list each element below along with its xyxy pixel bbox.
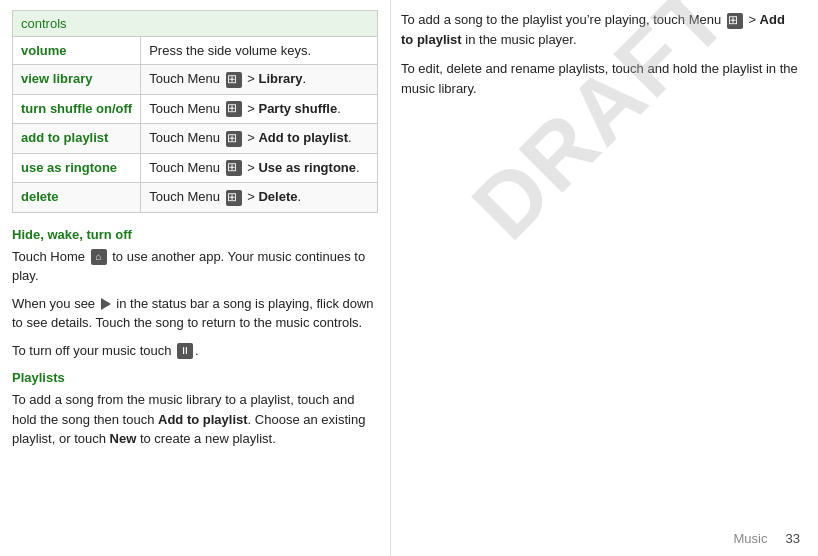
- control-name-volume: volume: [13, 37, 141, 65]
- page-container: controls volume Press the side volume ke…: [0, 0, 818, 556]
- left-column: controls volume Press the side volume ke…: [0, 0, 390, 556]
- page-num: 33: [786, 531, 800, 546]
- control-name-view-library: view library: [13, 65, 141, 95]
- pause-icon: ⏸: [177, 343, 193, 359]
- table-row: view library Touch Menu > Library.: [13, 65, 378, 95]
- page-number: Music 33: [734, 531, 800, 546]
- play-icon: [101, 298, 111, 310]
- menu-icon: [226, 72, 242, 88]
- playlists-heading: Playlists: [12, 370, 378, 385]
- table-row: delete Touch Menu > Delete.: [13, 183, 378, 213]
- hide-wake-heading: Hide, wake, turn off: [12, 227, 378, 242]
- control-desc-shuffle: Touch Menu > Party shuffle.: [141, 94, 378, 124]
- menu-icon: [727, 13, 743, 29]
- table-row: volume Press the side volume keys.: [13, 37, 378, 65]
- control-desc-view-library: Touch Menu > Library.: [141, 65, 378, 95]
- table-row: turn shuffle on/off Touch Menu > Party s…: [13, 94, 378, 124]
- control-name-add-playlist: add to playlist: [13, 124, 141, 154]
- home-icon: ⌂: [91, 249, 107, 265]
- table-header: controls: [13, 11, 378, 37]
- control-name-delete: delete: [13, 183, 141, 213]
- page-label: Music: [734, 531, 768, 546]
- hide-wake-para3: To turn off your music touch ⏸.: [12, 341, 378, 361]
- control-desc-volume: Press the side volume keys.: [141, 37, 378, 65]
- control-name-ringtone: use as ringtone: [13, 153, 141, 183]
- right-column: To add a song to the playlist you’re pla…: [390, 0, 818, 556]
- menu-icon: [226, 131, 242, 147]
- table-row: use as ringtone Touch Menu > Use as ring…: [13, 153, 378, 183]
- menu-icon: [226, 160, 242, 176]
- menu-icon: [226, 101, 242, 117]
- menu-icon: [226, 190, 242, 206]
- right-para2: To edit, delete and rename playlists, to…: [401, 59, 800, 98]
- hide-wake-para2: When you see in the status bar a song is…: [12, 294, 378, 333]
- hide-wake-para1: Touch Home ⌂ to use another app. Your mu…: [12, 247, 378, 286]
- control-desc-add-playlist: Touch Menu > Add to playlist.: [141, 124, 378, 154]
- control-desc-delete: Touch Menu > Delete.: [141, 183, 378, 213]
- controls-table: controls volume Press the side volume ke…: [12, 10, 378, 213]
- control-name-shuffle: turn shuffle on/off: [13, 94, 141, 124]
- right-para1: To add a song to the playlist you’re pla…: [401, 10, 800, 49]
- playlists-para1: To add a song from the music library to …: [12, 390, 378, 449]
- control-desc-volume-text: Press the side volume keys.: [149, 43, 311, 58]
- table-row: add to playlist Touch Menu > Add to play…: [13, 124, 378, 154]
- control-desc-ringtone: Touch Menu > Use as ringtone.: [141, 153, 378, 183]
